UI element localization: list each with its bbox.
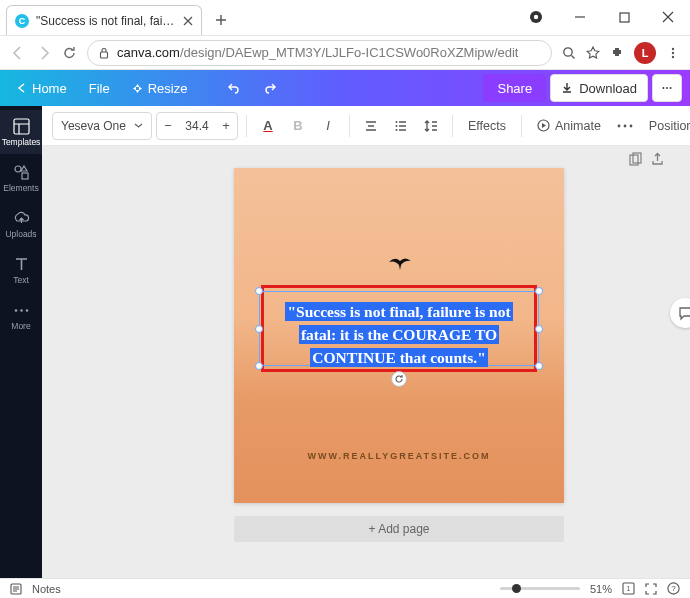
annotation-highlight-box: "Success is not final, failure is not fa… bbox=[261, 285, 537, 372]
list-button[interactable] bbox=[388, 113, 414, 139]
text-color-button[interactable]: A bbox=[255, 113, 281, 139]
new-tab-button[interactable] bbox=[208, 7, 234, 33]
animate-button[interactable]: Animate bbox=[530, 113, 608, 139]
nav-forward-icon[interactable] bbox=[36, 45, 52, 61]
rail-templates-label: Templates bbox=[2, 137, 41, 147]
resize-handle[interactable] bbox=[255, 287, 263, 295]
quote-line: "Success is not final, failure is not bbox=[285, 302, 512, 321]
site-url-text[interactable]: WWW.REALLYGREATSITE.COM bbox=[234, 451, 564, 461]
tab-close-icon[interactable] bbox=[183, 16, 193, 26]
font-family-select[interactable]: Yeseva One bbox=[52, 112, 152, 140]
notes-icon[interactable] bbox=[10, 583, 22, 595]
left-rail: Templates Elements Uploads Text More bbox=[0, 106, 42, 578]
svg-point-16 bbox=[25, 309, 28, 312]
rail-elements[interactable]: Elements bbox=[0, 156, 42, 200]
browser-menu-icon[interactable] bbox=[666, 46, 680, 60]
svg-point-6 bbox=[672, 51, 674, 53]
browser-tab[interactable]: C "Success is not final, failure is not bbox=[6, 5, 202, 35]
page-count-icon[interactable]: 1 bbox=[622, 582, 635, 595]
svg-rect-3 bbox=[101, 52, 108, 58]
svg-rect-2 bbox=[620, 13, 629, 22]
url-input[interactable]: canva.com/design/DAEwp_MTM3Y/LJLFo-IC1CS… bbox=[87, 40, 552, 66]
font-size-value[interactable]: 34.4 bbox=[179, 119, 215, 133]
font-size-increase[interactable]: + bbox=[215, 118, 237, 133]
resize-handle[interactable] bbox=[535, 287, 543, 295]
rail-text[interactable]: Text bbox=[0, 248, 42, 292]
resize-handle[interactable] bbox=[535, 362, 543, 370]
svg-point-14 bbox=[14, 309, 17, 312]
italic-button[interactable]: I bbox=[315, 113, 341, 139]
home-label: Home bbox=[32, 81, 67, 96]
font-size-decrease[interactable]: − bbox=[157, 118, 179, 133]
redo-button[interactable] bbox=[254, 74, 286, 102]
svg-point-8 bbox=[663, 87, 665, 89]
file-menu[interactable]: File bbox=[80, 74, 119, 102]
resize-button[interactable]: Resize bbox=[123, 74, 197, 102]
bold-button[interactable]: B bbox=[285, 113, 311, 139]
window-controls bbox=[514, 0, 690, 35]
font-name-label: Yeseva One bbox=[61, 119, 126, 133]
zoom-thumb[interactable] bbox=[512, 584, 521, 593]
resize-handle[interactable] bbox=[535, 325, 543, 333]
download-button[interactable]: Download bbox=[550, 74, 648, 102]
svg-point-7 bbox=[672, 55, 674, 57]
nav-reload-icon[interactable] bbox=[62, 45, 77, 60]
rail-uploads[interactable]: Uploads bbox=[0, 202, 42, 246]
app-more-button[interactable] bbox=[652, 74, 682, 102]
spacing-button[interactable] bbox=[418, 113, 444, 139]
rail-text-label: Text bbox=[13, 275, 29, 285]
selection-box[interactable]: "Success is not final, failure is not fa… bbox=[259, 291, 539, 366]
svg-point-15 bbox=[20, 309, 23, 312]
position-button[interactable]: Position bbox=[642, 113, 690, 139]
add-page-button[interactable]: + Add page bbox=[234, 516, 564, 542]
account-icon[interactable] bbox=[514, 0, 558, 35]
window-maximize-icon[interactable] bbox=[602, 0, 646, 35]
share-button[interactable]: Share bbox=[483, 74, 546, 102]
separator bbox=[521, 115, 522, 137]
canva-favicon: C bbox=[15, 14, 29, 28]
comment-button[interactable] bbox=[670, 298, 690, 328]
svg-point-21 bbox=[617, 124, 620, 127]
resize-handle[interactable] bbox=[255, 362, 263, 370]
quote-line: CONTINUE that counts." bbox=[310, 348, 488, 367]
url-domain: canva.com bbox=[117, 45, 180, 60]
align-button[interactable] bbox=[358, 113, 384, 139]
font-size-stepper[interactable]: − 34.4 + bbox=[156, 112, 238, 140]
profile-avatar[interactable]: L bbox=[634, 42, 656, 64]
share-page-icon[interactable] bbox=[651, 152, 664, 166]
svg-point-18 bbox=[396, 125, 398, 127]
position-label: Position bbox=[649, 119, 690, 133]
rail-more[interactable]: More bbox=[0, 294, 42, 338]
window-minimize-icon[interactable] bbox=[558, 0, 602, 35]
chevron-down-icon bbox=[134, 121, 143, 130]
quote-text-element[interactable]: "Success is not final, failure is not fa… bbox=[265, 300, 533, 369]
zoom-value[interactable]: 51% bbox=[590, 583, 612, 595]
zoom-slider[interactable] bbox=[500, 587, 580, 590]
window-close-icon[interactable] bbox=[646, 0, 690, 35]
svg-point-5 bbox=[672, 47, 674, 49]
rail-elements-label: Elements bbox=[3, 183, 38, 193]
svg-text:?: ? bbox=[671, 584, 676, 593]
extensions-icon[interactable] bbox=[610, 46, 624, 60]
search-icon[interactable] bbox=[562, 46, 576, 60]
help-icon[interactable]: ? bbox=[667, 582, 680, 595]
notes-button[interactable]: Notes bbox=[32, 583, 61, 595]
canvas-area[interactable]: "Success is not final, failure is not fa… bbox=[42, 146, 690, 578]
home-button[interactable]: Home bbox=[8, 74, 76, 102]
rail-more-label: More bbox=[11, 321, 30, 331]
undo-button[interactable] bbox=[218, 74, 250, 102]
svg-point-22 bbox=[623, 124, 626, 127]
fullscreen-icon[interactable] bbox=[645, 583, 657, 595]
rotate-handle[interactable] bbox=[391, 371, 407, 387]
resize-handle[interactable] bbox=[255, 325, 263, 333]
lock-icon bbox=[98, 47, 110, 59]
rail-templates[interactable]: Templates bbox=[0, 110, 42, 154]
bookmark-star-icon[interactable] bbox=[586, 46, 600, 60]
separator bbox=[452, 115, 453, 137]
effects-button[interactable]: Effects bbox=[461, 113, 513, 139]
download-label: Download bbox=[579, 81, 637, 96]
design-page[interactable]: "Success is not final, failure is not fa… bbox=[234, 168, 564, 503]
duplicate-page-icon[interactable] bbox=[629, 152, 643, 166]
nav-back-icon[interactable] bbox=[10, 45, 26, 61]
toolbar-more-button[interactable] bbox=[612, 113, 638, 139]
